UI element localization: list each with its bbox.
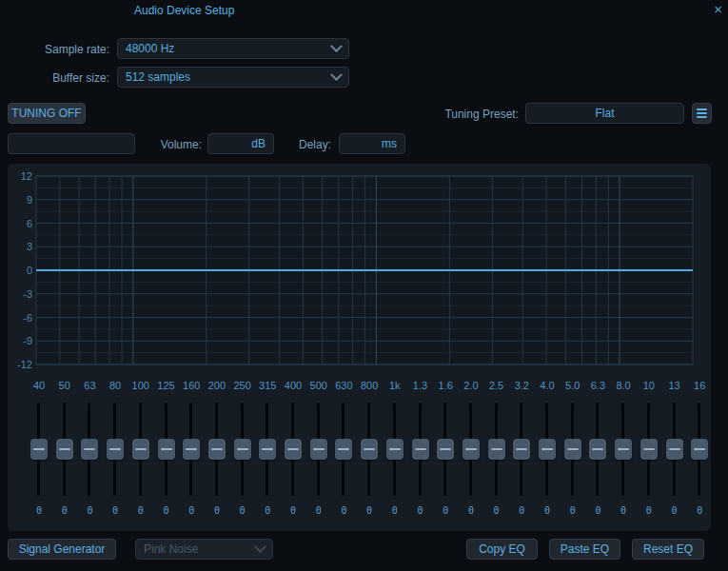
eq-band-slider[interactable] — [488, 403, 505, 496]
reset-eq-button[interactable]: Reset EQ — [632, 539, 704, 560]
eq-band-slider[interactable] — [462, 403, 480, 496]
tuning-toggle-button[interactable]: TUNING OFF — [8, 103, 86, 124]
slider-handle[interactable] — [666, 439, 683, 460]
slider-handle[interactable] — [234, 439, 251, 460]
eq-band-slider[interactable] — [386, 403, 403, 496]
slider-handle[interactable] — [589, 439, 606, 460]
delay-input[interactable]: ms — [339, 133, 405, 154]
slider-handle[interactable] — [386, 439, 403, 460]
slider-handle[interactable] — [310, 439, 327, 460]
band-gain-value: 0 — [366, 505, 372, 516]
eq-band-slider[interactable] — [310, 403, 327, 496]
chevron-down-icon — [330, 40, 343, 52]
eq-band-slider[interactable] — [56, 403, 73, 496]
slider-handle[interactable] — [183, 439, 200, 460]
chevron-down-icon — [330, 69, 343, 81]
eq-band-slider[interactable] — [666, 403, 683, 496]
eq-band-slider[interactable] — [539, 403, 556, 496]
slider-handle[interactable] — [158, 439, 175, 460]
band-gain-value: 0 — [214, 505, 220, 516]
signal-generator-button[interactable]: Signal Generator — [8, 539, 116, 560]
tuning-name-input[interactable] — [8, 133, 135, 154]
slider-handle[interactable] — [412, 439, 429, 460]
slider-handle[interactable] — [615, 439, 632, 460]
slider-handle[interactable] — [30, 439, 48, 460]
eq-band-slider[interactable] — [513, 403, 530, 496]
band-gain-value: 0 — [163, 505, 168, 516]
buffer-size-select[interactable]: 512 samples — [117, 67, 349, 88]
noise-type-select[interactable]: Pink Noise — [135, 539, 273, 560]
close-icon[interactable]: × — [714, 1, 722, 17]
buffer-size-label: Buffer size: — [0, 71, 109, 85]
volume-input[interactable]: dB — [207, 133, 274, 154]
slider-handle[interactable] — [259, 439, 276, 460]
band-gain-value: 0 — [595, 505, 600, 516]
slider-handle[interactable] — [691, 439, 708, 460]
band-gain-value: 0 — [341, 505, 346, 516]
eq-band-slider[interactable] — [335, 403, 352, 496]
slider-handle[interactable] — [107, 439, 124, 460]
slider-handle[interactable] — [361, 439, 378, 460]
band-gain-value: 0 — [646, 505, 652, 516]
slider-handle[interactable] — [437, 439, 454, 460]
eq-band-slider[interactable] — [691, 403, 708, 496]
slider-handle[interactable] — [285, 439, 302, 460]
slider-handle[interactable] — [564, 439, 581, 460]
eq-band-slider[interactable] — [259, 403, 276, 496]
band-gain-value: 0 — [87, 505, 92, 516]
slider-handle[interactable] — [462, 439, 480, 460]
slider-handle[interactable] — [539, 439, 556, 460]
sample-rate-label: Sample rate: — [0, 43, 109, 56]
eq-band-slider[interactable] — [285, 403, 302, 496]
volume-label: Volume: — [133, 138, 202, 151]
noise-type-value: Pink Noise — [144, 542, 256, 556]
band-gain-value: 0 — [570, 505, 576, 516]
eq-band-slider[interactable] — [183, 403, 200, 496]
eq-band-slider[interactable] — [564, 403, 581, 496]
slider-handle[interactable] — [513, 439, 530, 460]
tuning-preset-select[interactable]: Flat — [525, 103, 684, 124]
eq-band-slider[interactable] — [81, 403, 98, 496]
eq-band-slider[interactable] — [30, 403, 48, 496]
copy-eq-button[interactable]: Copy EQ — [466, 539, 538, 560]
tuning-preset-label: Tuning Preset: — [381, 108, 519, 121]
eq-band-slider[interactable] — [589, 403, 606, 496]
slider-handle[interactable] — [132, 439, 149, 460]
eq-band-slider[interactable] — [361, 403, 378, 496]
delay-unit: ms — [382, 137, 397, 150]
chevron-down-icon — [254, 541, 266, 553]
eq-band-slider[interactable] — [107, 403, 124, 496]
slider-handle[interactable] — [335, 439, 352, 460]
band-gain-value: 0 — [188, 505, 194, 516]
eq-band-slider[interactable] — [132, 403, 149, 496]
band-gain-value: 0 — [671, 505, 677, 516]
band-gain-value: 0 — [544, 505, 550, 516]
eq-band-slider[interactable] — [234, 403, 251, 496]
slider-handle[interactable] — [488, 439, 505, 460]
eq-band-slider[interactable] — [615, 403, 632, 496]
sample-rate-select[interactable]: 48000 Hz — [117, 38, 349, 59]
slider-handle[interactable] — [640, 439, 658, 460]
slider-handle[interactable] — [208, 439, 226, 460]
eq-band-slider[interactable] — [158, 403, 175, 496]
eq-band-slider[interactable] — [437, 403, 454, 496]
paste-eq-button[interactable]: Paste EQ — [549, 539, 620, 560]
band-gain-value: 0 — [392, 505, 398, 516]
slider-handle[interactable] — [56, 439, 73, 460]
eq-band-slider[interactable] — [640, 403, 658, 496]
band-gain-value: 0 — [290, 505, 296, 516]
dialog-title: Audio Device Setup — [134, 4, 234, 17]
band-gain-value: 0 — [112, 505, 118, 516]
slider-handle[interactable] — [81, 439, 98, 460]
eq-sliders — [8, 164, 711, 531]
band-gain-value: 0 — [494, 505, 500, 516]
band-gain-value: 0 — [468, 505, 474, 516]
eq-band-slider[interactable] — [208, 403, 226, 496]
band-gain-value: 0 — [620, 505, 626, 516]
band-gain-value: 0 — [240, 505, 246, 516]
eq-band-slider[interactable] — [412, 403, 429, 496]
band-gain-value: 0 — [443, 505, 448, 516]
tuning-preset-value: Flat — [534, 107, 676, 120]
band-gain-value: 0 — [316, 505, 322, 516]
preset-menu-button[interactable] — [692, 103, 712, 124]
